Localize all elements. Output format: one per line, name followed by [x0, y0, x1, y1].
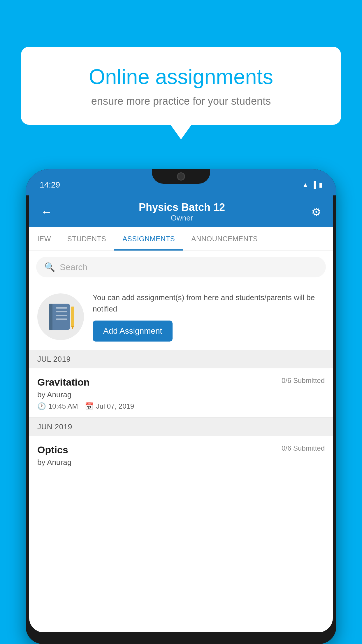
assignment-info: You can add assignment(s) from here and …	[93, 292, 325, 342]
assignment-item-optics[interactable]: Optics 0/6 Submitted by Anurag	[29, 436, 333, 477]
signal-icon: ▐	[311, 181, 316, 189]
section-header-jul: JUL 2019	[29, 350, 333, 368]
status-bar: 14:29 ▲ ▐ ▮	[26, 169, 336, 195]
speech-bubble-container: Online assignments ensure more practice …	[21, 47, 341, 139]
phone-device: 14:29 ▲ ▐ ▮ ← Physics Batch 12 Owner ⚙ I…	[26, 169, 336, 644]
tab-assignments[interactable]: ASSIGNMENTS	[114, 227, 183, 251]
assignment-item-header: Gravitation 0/6 Submitted	[37, 377, 325, 388]
tabs-container: IEW STUDENTS ASSIGNMENTS ANNOUNCEMENTS	[29, 227, 333, 251]
assignment-name: Gravitation	[37, 377, 89, 388]
clock-icon: 🕐	[37, 402, 46, 410]
tab-students[interactable]: STUDENTS	[59, 227, 114, 251]
search-container: 🔍 Search	[29, 251, 333, 283]
assignment-date: 📅 Jul 07, 2019	[85, 402, 134, 410]
assignment-by-optics: by Anurag	[37, 458, 325, 467]
assignment-item-header-optics: Optics 0/6 Submitted	[37, 444, 325, 456]
phone-camera	[177, 172, 185, 181]
tab-announcements[interactable]: ANNOUNCEMENTS	[183, 227, 266, 251]
search-box[interactable]: 🔍 Search	[36, 257, 326, 277]
assignment-prompt: You can add assignment(s) from here and …	[29, 283, 333, 350]
speech-bubble-arrow	[171, 125, 191, 139]
assignment-submitted: 0/6 Submitted	[282, 377, 325, 385]
assignment-submitted-optics: 0/6 Submitted	[282, 444, 325, 452]
assignment-time-value: 10:45 AM	[48, 402, 78, 410]
assignment-name-optics: Optics	[37, 444, 68, 456]
status-icons: ▲ ▐ ▮	[302, 181, 322, 189]
speech-bubble-subtitle: ensure more practice for your students	[41, 95, 321, 107]
page-title: Physics Batch 12	[52, 201, 311, 214]
settings-icon[interactable]: ⚙	[311, 206, 321, 218]
assignment-date-value: Jul 07, 2019	[96, 402, 134, 410]
tab-iew[interactable]: IEW	[29, 227, 59, 251]
assignment-item-gravitation[interactable]: Gravitation 0/6 Submitted by Anurag 🕐 10…	[29, 368, 333, 418]
assignment-icon-circle	[37, 293, 84, 340]
page-subtitle: Owner	[52, 214, 311, 223]
assignment-time: 🕐 10:45 AM	[37, 402, 78, 410]
phone-notch	[152, 169, 210, 184]
speech-bubble: Online assignments ensure more practice …	[21, 47, 341, 125]
section-header-jun: JUN 2019	[29, 418, 333, 436]
status-time: 14:29	[40, 180, 60, 190]
speech-bubble-title: Online assignments	[41, 64, 321, 89]
search-icon: 🔍	[44, 262, 55, 272]
wifi-icon: ▲	[302, 181, 309, 189]
assignment-info-text: You can add assignment(s) from here and …	[93, 292, 325, 315]
battery-icon: ▮	[319, 181, 322, 189]
app-header: ← Physics Batch 12 Owner ⚙	[29, 195, 333, 227]
back-button[interactable]: ←	[41, 205, 52, 218]
calendar-icon: 📅	[85, 402, 94, 410]
search-placeholder: Search	[60, 262, 87, 272]
assignment-by: by Anurag	[37, 390, 325, 399]
phone-screen: ← Physics Batch 12 Owner ⚙ IEW STUDENTS …	[29, 195, 333, 632]
header-title-area: Physics Batch 12 Owner	[52, 201, 311, 223]
assignment-meta: 🕐 10:45 AM 📅 Jul 07, 2019	[37, 402, 325, 410]
add-assignment-button[interactable]: Add Assignment	[93, 321, 173, 342]
